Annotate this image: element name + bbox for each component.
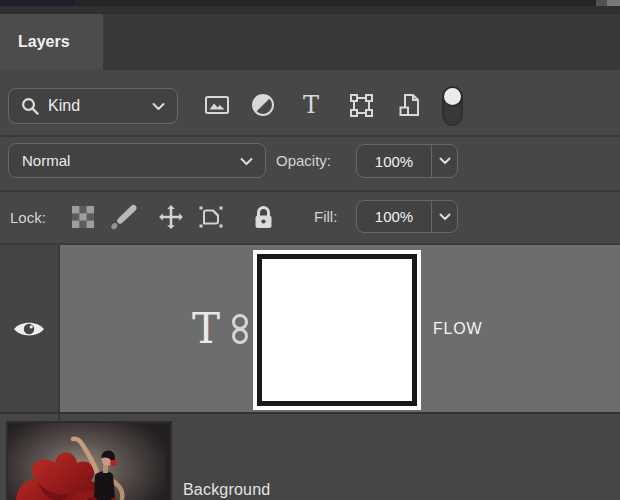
lock-transparency-icon[interactable] bbox=[68, 203, 98, 231]
adjustment-layer-filter-icon[interactable] bbox=[248, 90, 278, 120]
panel-header-strip bbox=[0, 6, 620, 14]
opacity-value[interactable]: 100% bbox=[357, 145, 431, 177]
chevron-down-icon[interactable] bbox=[432, 145, 457, 177]
search-icon bbox=[21, 97, 40, 116]
opacity-label: Opacity: bbox=[276, 143, 331, 178]
opacity-input[interactable]: 100% bbox=[356, 144, 458, 178]
lock-pixels-brush-icon[interactable] bbox=[108, 203, 138, 231]
layer-name-background[interactable]: Background bbox=[183, 481, 270, 499]
type-layer-filter-icon[interactable]: T bbox=[296, 90, 326, 120]
layer-filtering-toggle[interactable] bbox=[442, 86, 463, 126]
lock-artboard-icon[interactable] bbox=[196, 203, 226, 231]
mask-selection-frame bbox=[257, 254, 417, 406]
lock-all-icon[interactable] bbox=[248, 203, 278, 231]
row-separator bbox=[0, 190, 620, 192]
layer-row-background[interactable]: Background bbox=[0, 414, 620, 500]
layer-flow-content[interactable]: T FLOW bbox=[60, 245, 620, 412]
chevron-down-icon[interactable] bbox=[432, 201, 457, 232]
layers-panel: Layers Kind T Normal Opacity: 100% bbox=[0, 0, 620, 500]
chevron-down-icon bbox=[152, 97, 165, 115]
lock-position-move-icon[interactable] bbox=[156, 203, 186, 231]
tab-layers-label: Layers bbox=[18, 33, 70, 51]
layer-row-flow[interactable]: T FLOW bbox=[0, 245, 620, 412]
blend-mode-dropdown[interactable]: Normal bbox=[8, 143, 266, 178]
lock-label: Lock: bbox=[10, 192, 46, 243]
filter-kind-dropdown[interactable]: Kind bbox=[8, 88, 178, 124]
fill-input[interactable]: 100% bbox=[356, 200, 458, 233]
row-separator bbox=[0, 135, 620, 137]
fill-value[interactable]: 100% bbox=[357, 201, 431, 232]
shape-layer-filter-icon[interactable] bbox=[346, 90, 376, 120]
chevron-down-icon bbox=[240, 152, 253, 170]
red-dress-dancer-thumbnail[interactable] bbox=[6, 421, 172, 500]
visibility-toggle-flow[interactable] bbox=[0, 245, 58, 412]
svg-text:T: T bbox=[303, 92, 319, 118]
blend-mode-value: Normal bbox=[22, 152, 70, 169]
pixel-layer-filter-icon[interactable] bbox=[202, 90, 232, 120]
mask-link-icon[interactable] bbox=[230, 313, 250, 344]
fill-label: Fill: bbox=[314, 200, 337, 233]
layer-name-flow[interactable]: FLOW bbox=[433, 320, 482, 338]
tab-layers[interactable]: Layers bbox=[0, 14, 103, 70]
eye-icon bbox=[12, 318, 46, 340]
toggle-knob bbox=[444, 88, 461, 105]
filter-kind-value: Kind bbox=[48, 97, 80, 115]
smart-object-filter-icon[interactable] bbox=[395, 90, 425, 120]
layer-mask-thumbnail-selected[interactable] bbox=[253, 250, 421, 410]
